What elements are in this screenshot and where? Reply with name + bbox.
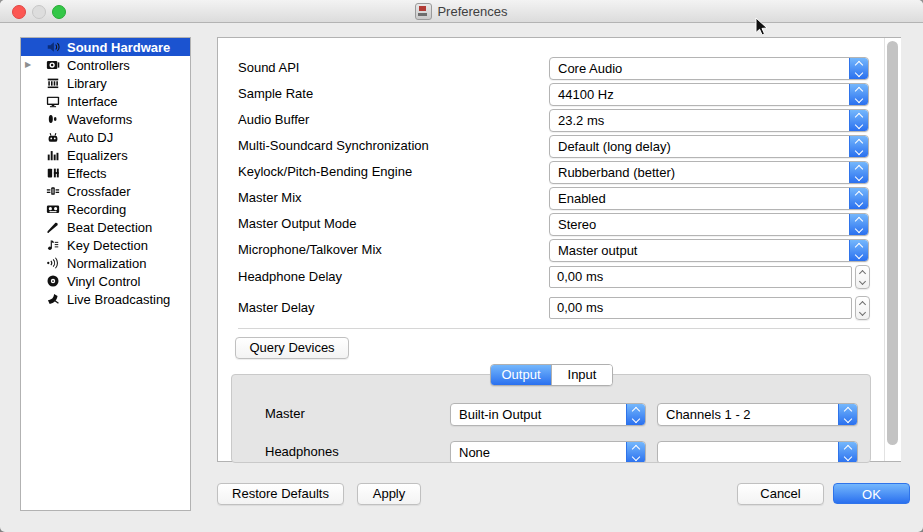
sample-rate-select[interactable]: 44100 Hz xyxy=(549,83,869,106)
stepper-down-icon xyxy=(859,308,866,315)
speaker-icon xyxy=(45,40,60,55)
sidebar-item-label: Vinyl Control xyxy=(67,274,140,289)
monitor-icon xyxy=(45,94,60,109)
sidebar-item-key-detection[interactable]: Key Detection xyxy=(21,236,190,254)
cancel-button[interactable]: Cancel xyxy=(737,483,824,505)
sidebar-item-normalization[interactable]: Normalization xyxy=(21,254,190,272)
sidebar-item-label: Crossfader xyxy=(67,184,131,199)
sidebar-item-label: Waveforms xyxy=(67,112,132,127)
keylock-engine-select[interactable]: Rubberband (better) xyxy=(549,161,869,184)
divider xyxy=(238,328,870,329)
chevron-up-down-icon xyxy=(849,58,868,79)
scrollbar-thumb[interactable] xyxy=(887,41,898,445)
sidebar-item-label: Recording xyxy=(67,202,126,217)
sidebar-item-crossfader[interactable]: Crossfader xyxy=(21,182,190,200)
sidebar-item-label: Sound Hardware xyxy=(67,40,170,55)
preferences-window: Preferences Sound Hardware ▶ Controllers… xyxy=(0,0,923,532)
sidebar-item-label: Key Detection xyxy=(67,238,148,253)
chevron-up-down-icon xyxy=(849,136,868,157)
controller-icon xyxy=(45,58,60,73)
sound-waves-icon xyxy=(45,256,60,271)
sidebar-item-effects[interactable]: Effects xyxy=(21,164,190,182)
apply-button[interactable]: Apply xyxy=(357,483,421,505)
stepper-up-icon xyxy=(859,300,866,307)
sidebar-item-sound-hardware[interactable]: Sound Hardware xyxy=(21,38,190,56)
headphone-delay-stepper[interactable] xyxy=(855,265,870,289)
sound-hardware-pane: Sound API Core Audio Sample Rate 44100 H… xyxy=(217,37,901,462)
stepper-up-icon xyxy=(859,269,866,276)
sidebar-item-live-broadcasting[interactable]: Live Broadcasting xyxy=(21,290,190,308)
sample-rate-label: Sample Rate xyxy=(238,83,313,104)
master-output-mode-select[interactable]: Stereo xyxy=(549,213,869,236)
chevron-up-down-icon xyxy=(626,442,645,463)
mic-talkover-mix-select[interactable]: Master output xyxy=(549,239,869,262)
robot-icon xyxy=(45,130,60,145)
keylock-engine-value: Rubberband (better) xyxy=(558,162,675,183)
effects-icon xyxy=(45,166,60,181)
master-channels-value: Channels 1 - 2 xyxy=(666,404,751,425)
chevron-up-down-icon xyxy=(849,84,868,105)
sidebar-item-library[interactable]: Library xyxy=(21,74,190,92)
sidebar-item-controllers[interactable]: ▶ Controllers xyxy=(21,56,190,74)
device-group-box: Master Built-in Output Channels 1 - 2 He… xyxy=(231,374,871,463)
sidebar-item-auto-dj[interactable]: Auto DJ xyxy=(21,128,190,146)
cassette-icon xyxy=(45,202,60,217)
headphones-channels-select[interactable] xyxy=(657,441,858,463)
device-tabs: Output Input xyxy=(490,364,613,386)
stepper-down-icon xyxy=(859,277,866,284)
sidebar-item-recording[interactable]: Recording xyxy=(21,200,190,218)
master-output-mode-value: Stereo xyxy=(558,214,596,235)
tab-input[interactable]: Input xyxy=(551,365,612,385)
audio-buffer-select[interactable]: 23.2 ms xyxy=(549,109,869,132)
sidebar-item-interface[interactable]: Interface xyxy=(21,92,190,110)
sidebar-item-label: Interface xyxy=(67,94,118,109)
keylock-engine-label: Keylock/Pitch-Bending Engine xyxy=(238,161,412,182)
tab-output[interactable]: Output xyxy=(491,365,551,385)
sidebar-item-vinyl-control[interactable]: Vinyl Control xyxy=(21,272,190,290)
sidebar-item-label: Normalization xyxy=(67,256,146,271)
sidebar-item-beat-detection[interactable]: Beat Detection xyxy=(21,218,190,236)
master-delay-label: Master Delay xyxy=(238,297,315,318)
vinyl-record-icon xyxy=(45,274,60,289)
chevron-up-down-icon xyxy=(849,240,868,261)
sidebar-item-label: Library xyxy=(67,76,107,91)
chevron-up-down-icon xyxy=(849,110,868,131)
multi-soundcard-sync-select[interactable]: Default (long delay) xyxy=(549,135,869,158)
pen-icon xyxy=(45,220,60,235)
sidebar-item-equalizers[interactable]: Equalizers xyxy=(21,146,190,164)
master-mix-select[interactable]: Enabled xyxy=(549,187,869,210)
master-output-mode-label: Master Output Mode xyxy=(238,213,357,234)
master-delay-input[interactable]: 0,00 ms xyxy=(549,297,852,319)
master-mix-value: Enabled xyxy=(558,188,606,209)
headphones-device-value: None xyxy=(459,442,490,463)
sound-api-value: Core Audio xyxy=(558,58,622,79)
headphone-delay-input[interactable]: 0,00 ms xyxy=(549,266,852,288)
query-devices-button[interactable]: Query Devices xyxy=(235,337,349,359)
chevron-up-down-icon xyxy=(849,188,868,209)
sidebar-item-label: Auto DJ xyxy=(67,130,113,145)
disclosure-triangle-icon[interactable]: ▶ xyxy=(25,60,31,69)
chevron-up-down-icon xyxy=(838,442,857,463)
audio-buffer-value: 23.2 ms xyxy=(558,110,604,131)
restore-defaults-button[interactable]: Restore Defaults xyxy=(217,483,344,505)
chevron-up-down-icon xyxy=(838,404,857,425)
master-delay-value: 0,00 ms xyxy=(557,298,603,318)
master-channels-select[interactable]: Channels 1 - 2 xyxy=(657,403,858,426)
headphone-delay-value: 0,00 ms xyxy=(557,267,603,287)
sidebar-item-label: Equalizers xyxy=(67,148,128,163)
window-title: Preferences xyxy=(437,4,507,19)
headphones-device-select[interactable]: None xyxy=(450,441,646,463)
master-mix-label: Master Mix xyxy=(238,187,302,208)
sidebar-item-waveforms[interactable]: Waveforms xyxy=(21,110,190,128)
mouse-cursor xyxy=(755,17,769,40)
sound-api-select[interactable]: Core Audio xyxy=(549,57,869,80)
ok-button[interactable]: OK xyxy=(833,483,910,504)
master-delay-stepper[interactable] xyxy=(855,296,870,320)
sidebar-item-label: Controllers xyxy=(67,58,130,73)
multi-soundcard-sync-label: Multi-Soundcard Synchronization xyxy=(238,135,429,156)
waveform-icon xyxy=(45,112,60,127)
headphone-delay-label: Headphone Delay xyxy=(238,266,342,287)
headphones-device-label: Headphones xyxy=(265,441,339,463)
master-device-label: Master xyxy=(265,403,305,425)
master-device-select[interactable]: Built-in Output xyxy=(450,403,646,426)
